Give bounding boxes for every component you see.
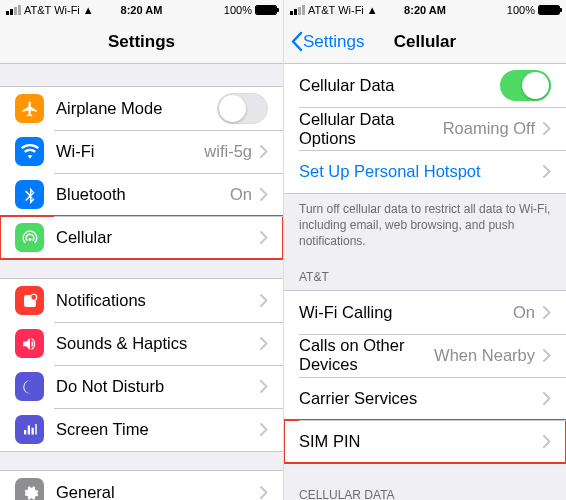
settings-screen: AT&T Wi-Fi ▲ 8:20 AM 100% Settings Airpl…	[0, 0, 283, 500]
signal-icon	[290, 5, 305, 15]
row-cellular-options[interactable]: Cellular Data Options Roaming Off	[284, 107, 566, 150]
row-label: SIM PIN	[299, 432, 543, 451]
settings-list[interactable]: Airplane Mode Wi-Fi wifi-5g Bluetooth On	[0, 64, 283, 500]
airplane-icon	[15, 94, 44, 123]
group-footer: Turn off cellular data to restrict all d…	[284, 194, 566, 254]
row-label: Cellular Data	[299, 76, 500, 95]
cellular-icon	[15, 223, 44, 252]
chevron-right-icon	[543, 435, 551, 448]
row-label: Set Up Personal Hotspot	[299, 162, 543, 181]
status-bar: AT&T Wi-Fi ▲ 8:20 AM 100%	[0, 0, 283, 20]
chevron-right-icon	[260, 380, 268, 393]
sounds-icon	[15, 329, 44, 358]
chevron-right-icon	[260, 486, 268, 499]
row-screentime[interactable]: Screen Time	[0, 408, 283, 451]
status-time: 8:20 AM	[96, 4, 186, 16]
row-wifi-calling[interactable]: Wi-Fi Calling On	[284, 291, 566, 334]
back-label: Settings	[303, 32, 364, 52]
status-time: 8:20 AM	[380, 4, 470, 16]
chevron-right-icon	[543, 122, 551, 135]
cellular-data-switch[interactable]	[500, 70, 551, 101]
chevron-left-icon	[290, 31, 303, 52]
row-label: Do Not Disturb	[56, 377, 260, 396]
row-airplane-mode[interactable]: Airplane Mode	[0, 87, 283, 130]
notifications-icon	[15, 286, 44, 315]
status-bar: AT&T Wi-Fi ▲ 8:20 AM 100%	[284, 0, 566, 20]
chevron-right-icon	[543, 392, 551, 405]
row-label: Wi-Fi Calling	[299, 303, 513, 322]
wifi-icon: ▲	[83, 4, 94, 16]
chevron-right-icon	[543, 349, 551, 362]
chevron-right-icon	[260, 188, 268, 201]
carrier-label: AT&T Wi-Fi	[308, 4, 364, 16]
row-label: Airplane Mode	[56, 99, 217, 118]
wifi-icon: ▲	[367, 4, 378, 16]
row-label: Screen Time	[56, 420, 260, 439]
bluetooth-icon	[15, 180, 44, 209]
carrier-label: AT&T Wi-Fi	[24, 4, 80, 16]
row-dnd[interactable]: Do Not Disturb	[0, 365, 283, 408]
row-calls-other[interactable]: Calls on Other Devices When Nearby	[284, 334, 566, 377]
svg-point-1	[30, 294, 36, 300]
airplane-switch[interactable]	[217, 93, 268, 124]
row-label: Carrier Services	[299, 389, 543, 408]
bluetooth-value: On	[230, 185, 252, 204]
row-cellular[interactable]: Cellular	[0, 216, 283, 259]
row-label: General	[56, 483, 260, 500]
wificalling-value: On	[513, 303, 535, 322]
row-label: Bluetooth	[56, 185, 230, 204]
cellular-screen: AT&T Wi-Fi ▲ 8:20 AM 100% Settings Cellu…	[283, 0, 566, 500]
battery-pct: 100%	[507, 4, 535, 16]
chevron-right-icon	[260, 294, 268, 307]
cellular-list[interactable]: Cellular Data Cellular Data Options Roam…	[284, 64, 566, 500]
row-label: Notifications	[56, 291, 260, 310]
group-header: AT&T	[284, 264, 566, 290]
battery-icon	[255, 5, 277, 15]
row-general[interactable]: General	[0, 471, 283, 500]
row-sounds[interactable]: Sounds & Haptics	[0, 322, 283, 365]
signal-icon	[6, 5, 21, 15]
row-bluetooth[interactable]: Bluetooth On	[0, 173, 283, 216]
row-notifications[interactable]: Notifications	[0, 279, 283, 322]
chevron-right-icon	[543, 306, 551, 319]
wifi-value: wifi-5g	[204, 142, 252, 161]
gear-icon	[15, 478, 44, 500]
battery-icon	[538, 5, 560, 15]
group-header: CELLULAR DATA	[284, 482, 566, 500]
nav-bar: Settings	[0, 20, 283, 64]
chevron-right-icon	[260, 337, 268, 350]
row-cellular-data[interactable]: Cellular Data	[284, 64, 566, 107]
row-sim-pin[interactable]: SIM PIN	[284, 420, 566, 463]
chevron-right-icon	[260, 423, 268, 436]
dnd-icon	[15, 372, 44, 401]
row-label: Cellular Data Options	[299, 110, 443, 148]
row-label: Cellular	[56, 228, 260, 247]
wifi-settings-icon	[15, 137, 44, 166]
row-wifi[interactable]: Wi-Fi wifi-5g	[0, 130, 283, 173]
page-title: Settings	[0, 32, 283, 52]
chevron-right-icon	[260, 231, 268, 244]
row-label: Sounds & Haptics	[56, 334, 260, 353]
options-value: Roaming Off	[443, 119, 535, 138]
row-label: Calls on Other Devices	[299, 336, 434, 374]
battery-pct: 100%	[224, 4, 252, 16]
chevron-right-icon	[543, 165, 551, 178]
row-hotspot[interactable]: Set Up Personal Hotspot	[284, 150, 566, 193]
nav-bar: Settings Cellular	[284, 20, 566, 64]
chevron-right-icon	[260, 145, 268, 158]
row-label: Wi-Fi	[56, 142, 204, 161]
row-carrier-services[interactable]: Carrier Services	[284, 377, 566, 420]
calls-value: When Nearby	[434, 346, 535, 365]
screentime-icon	[15, 415, 44, 444]
back-button[interactable]: Settings	[284, 31, 364, 52]
